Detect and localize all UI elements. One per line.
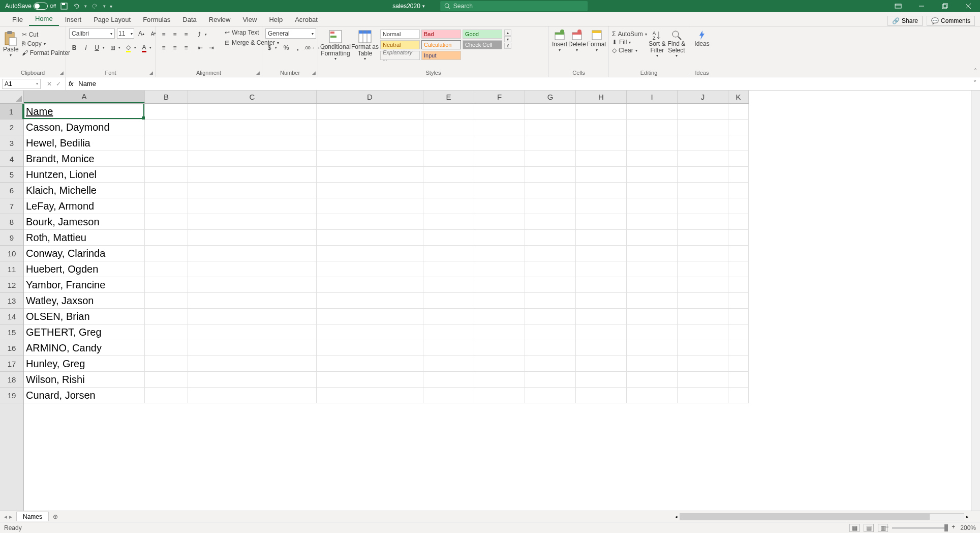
cell-F5[interactable]	[474, 167, 525, 183]
row-header-10[interactable]: 10	[0, 246, 23, 261]
cell-I1[interactable]	[627, 104, 678, 120]
cell-B18[interactable]	[145, 372, 188, 388]
cell-B8[interactable]	[145, 214, 188, 230]
cell-H5[interactable]	[576, 167, 627, 183]
cell-D4[interactable]	[317, 151, 423, 167]
collapse-ribbon-icon[interactable]: ˄	[974, 68, 977, 75]
cell-C9[interactable]	[188, 230, 317, 246]
clipboard-launcher-icon[interactable]: ◢	[60, 70, 64, 75]
hscroll-right-icon[interactable]: ▸	[964, 514, 971, 519]
ideas-button[interactable]: Ideas	[692, 28, 712, 47]
cell-G9[interactable]	[525, 230, 576, 246]
autosave-toggle[interactable]: AutoSave Off	[5, 3, 56, 10]
column-header-B[interactable]: B	[145, 91, 188, 103]
cell-E13[interactable]	[423, 293, 474, 309]
tab-data[interactable]: Data	[176, 13, 202, 26]
cell-K11[interactable]	[728, 261, 749, 277]
column-header-E[interactable]: E	[423, 91, 474, 103]
cell-D15[interactable]	[317, 324, 423, 340]
cell-G11[interactable]	[525, 261, 576, 277]
cell-D1[interactable]	[317, 104, 423, 120]
cell-B3[interactable]	[145, 135, 188, 151]
cell-G1[interactable]	[525, 104, 576, 120]
cell-C2[interactable]	[188, 120, 317, 135]
cell-B7[interactable]	[145, 198, 188, 214]
cell-B16[interactable]	[145, 340, 188, 356]
cell-B13[interactable]	[145, 293, 188, 309]
align-top-icon[interactable]: ≡	[159, 29, 169, 40]
cell-A5[interactable]: Huntzen, Lionel	[24, 167, 145, 183]
cell-B4[interactable]	[145, 151, 188, 167]
cell-H7[interactable]	[576, 198, 627, 214]
tab-file[interactable]: File	[6, 13, 29, 26]
select-all-corner[interactable]	[0, 91, 24, 104]
cell-H19[interactable]	[576, 388, 627, 403]
cell-F6[interactable]	[474, 183, 525, 198]
cell-F3[interactable]	[474, 135, 525, 151]
cell-C15[interactable]	[188, 324, 317, 340]
cell-D9[interactable]	[317, 230, 423, 246]
cell-H6[interactable]	[576, 183, 627, 198]
format-painter-button[interactable]: 🖌Format Painter	[20, 49, 72, 57]
cell-E16[interactable]	[423, 340, 474, 356]
cell-G5[interactable]	[525, 167, 576, 183]
style-explanatory[interactable]: Explanatory ...	[380, 51, 420, 60]
cell-G14[interactable]	[525, 309, 576, 324]
undo-icon[interactable]	[72, 2, 80, 10]
row-header-19[interactable]: 19	[0, 388, 23, 403]
cell-A6[interactable]: Klaich, Michelle	[24, 183, 145, 198]
row-header-11[interactable]: 11	[0, 261, 23, 277]
vertical-scrollbar[interactable]	[971, 91, 980, 511]
paste-button[interactable]: Paste ▾	[3, 28, 19, 57]
cell-H10[interactable]	[576, 246, 627, 261]
cell-F16[interactable]	[474, 340, 525, 356]
cell-E6[interactable]	[423, 183, 474, 198]
cell-E5[interactable]	[423, 167, 474, 183]
cell-E4[interactable]	[423, 151, 474, 167]
cell-F2[interactable]	[474, 120, 525, 135]
minimize-icon[interactable]	[910, 0, 933, 12]
cell-E17[interactable]	[423, 356, 474, 372]
cell-E11[interactable]	[423, 261, 474, 277]
comments-button[interactable]: 💬 Comments	[927, 16, 975, 26]
orientation-button[interactable]: ⤴▾	[195, 29, 209, 40]
font-color-button[interactable]: A▾	[140, 43, 154, 53]
cell-K2[interactable]	[728, 120, 749, 135]
cell-F4[interactable]	[474, 151, 525, 167]
hscroll-left-icon[interactable]: ◂	[673, 514, 680, 519]
row-header-1[interactable]: 1	[0, 104, 23, 120]
style-gallery-scroll[interactable]: ▴ ▾ ⊻	[504, 29, 511, 49]
tab-review[interactable]: Review	[203, 13, 237, 26]
style-neutral[interactable]: Neutral	[380, 40, 420, 49]
cell-H12[interactable]	[576, 277, 627, 293]
cell-styles-gallery[interactable]: Normal Bad Good Neutral Calculation Chec…	[380, 29, 502, 60]
comma-button[interactable]: ,	[293, 43, 303, 53]
style-good[interactable]: Good	[463, 29, 502, 39]
cell-I18[interactable]	[627, 372, 678, 388]
cell-G3[interactable]	[525, 135, 576, 151]
cell-C16[interactable]	[188, 340, 317, 356]
cell-J1[interactable]	[678, 104, 728, 120]
cell-I6[interactable]	[627, 183, 678, 198]
cell-C17[interactable]	[188, 356, 317, 372]
formula-input[interactable]: Name	[76, 80, 970, 87]
style-bad[interactable]: Bad	[421, 29, 461, 39]
cells-area[interactable]: NameCasson, DaymondHewel, BediliaBrandt,…	[24, 104, 971, 511]
cell-D16[interactable]	[317, 340, 423, 356]
zoom-level[interactable]: 200%	[960, 524, 976, 531]
row-header-5[interactable]: 5	[0, 167, 23, 183]
cell-I13[interactable]	[627, 293, 678, 309]
bold-button[interactable]: B	[69, 43, 79, 53]
column-header-D[interactable]: D	[317, 91, 423, 103]
cell-J17[interactable]	[678, 356, 728, 372]
cell-E18[interactable]	[423, 372, 474, 388]
cell-B10[interactable]	[145, 246, 188, 261]
cell-I15[interactable]	[627, 324, 678, 340]
new-sheet-button[interactable]: ⊕	[49, 513, 62, 520]
cell-A7[interactable]: LeFay, Armond	[24, 198, 145, 214]
column-header-G[interactable]: G	[525, 91, 576, 103]
cell-I16[interactable]	[627, 340, 678, 356]
cell-E2[interactable]	[423, 120, 474, 135]
cell-C4[interactable]	[188, 151, 317, 167]
increase-decimal-icon[interactable]: .00→	[304, 43, 315, 53]
